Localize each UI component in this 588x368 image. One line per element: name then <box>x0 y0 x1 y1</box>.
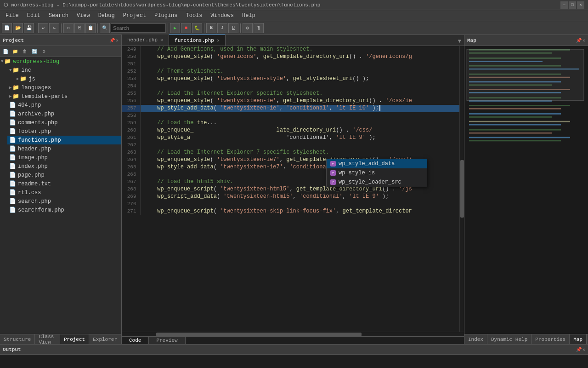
undo-button[interactable]: ↩ <box>38 23 48 33</box>
italic-button[interactable]: I <box>217 23 227 33</box>
stop-button[interactable]: ■ <box>181 23 191 33</box>
menu-file[interactable]: File <box>2 12 23 20</box>
tree-item-js[interactable]: ▶ 📁 js <box>15 75 121 83</box>
save-button[interactable]: 💾 <box>24 23 34 33</box>
code-content-254[interactable] <box>140 83 459 90</box>
menu-debug[interactable]: Debug <box>95 12 119 20</box>
code-content-270[interactable] <box>140 201 459 208</box>
menu-search[interactable]: Search <box>45 12 72 20</box>
menu-view[interactable]: View <box>73 12 94 20</box>
minimize-button[interactable]: ─ <box>560 1 568 9</box>
tree-refresh-button[interactable]: 🔄 <box>30 47 39 56</box>
output-pin-icon[interactable]: 📌 <box>576 347 582 352</box>
code-content-252[interactable]: // Theme stylesheet. <box>140 68 459 75</box>
map-close-icon[interactable]: ✕ <box>582 38 585 43</box>
bold-button[interactable]: B <box>206 23 216 33</box>
debug-button[interactable]: 🐛 <box>192 23 202 33</box>
tree-item-index[interactable]: 📄 index.php <box>7 162 121 171</box>
editor-tab-header[interactable]: header.php ✕ <box>122 34 169 46</box>
open-file-button[interactable]: 📂 <box>13 23 23 33</box>
code-content-250[interactable]: wp_enqueue_style( 'genericons', get_temp… <box>140 53 459 61</box>
autocomplete-dropdown[interactable]: f wp_style_add_data f wp_style_is f wp_s… <box>326 159 427 187</box>
code-content-256[interactable]: wp_enqueue_style( 'twentysixteen-ie', ge… <box>140 98 459 105</box>
tab-explorer[interactable]: Explorer <box>89 334 121 344</box>
tree-delete-button[interactable]: 🗑 <box>20 47 29 56</box>
copy-button[interactable]: ⎘ <box>74 23 85 33</box>
maximize-button[interactable]: □ <box>569 1 576 9</box>
code-content-258[interactable] <box>140 112 459 120</box>
functions-tab-close[interactable]: ✕ <box>217 38 220 43</box>
code-content-259[interactable]: // Load the the... <box>140 120 459 127</box>
tree-root[interactable]: ▼ 📁 wordpress-blog <box>0 57 121 66</box>
tree-item-languages[interactable]: ▶ 📁 languages <box>7 83 121 92</box>
code-content-253[interactable]: wp_enqueue_style( 'twentysixteen-style',… <box>140 75 459 83</box>
tree-settings-button[interactable]: ⚙ <box>40 47 49 56</box>
tree-item-404[interactable]: 📄 404.php <box>7 101 121 109</box>
tree-item-inc[interactable]: ▼ 📁 inc <box>7 66 121 75</box>
h-scroll-thumb[interactable] <box>156 333 362 336</box>
header-tab-close[interactable]: ✕ <box>160 37 163 43</box>
code-content-260[interactable]: wp_enqueue_ late_directory_uri() . '/css… <box>140 127 459 134</box>
tree-item-template-parts[interactable]: ▶ 📁 template-parts <box>7 92 121 101</box>
map-pin-icon[interactable]: 📌 <box>576 38 582 43</box>
code-content-263[interactable]: // Load the Internet Explorer 7 specific… <box>140 149 459 156</box>
tree-item-readme[interactable]: 📄 readme.txt <box>7 179 121 188</box>
ac-item-2[interactable]: f wp_style_loader_src <box>327 178 427 187</box>
tab-preview[interactable]: Preview <box>149 337 185 344</box>
tree-folder-button[interactable]: 📁 <box>11 47 20 56</box>
code-content-251[interactable] <box>140 61 459 68</box>
editor-tab-functions[interactable]: functions.php ✕ <box>169 34 226 46</box>
redo-button[interactable]: ↪ <box>49 23 59 33</box>
run-button[interactable]: ▶ <box>170 23 180 33</box>
output-close-icon[interactable]: ✕ <box>582 347 585 352</box>
code-content-255[interactable]: // Load the Internet Explorer specific s… <box>140 90 459 98</box>
tree-item-footer[interactable]: 📄 footer.php <box>7 127 121 136</box>
new-file-button[interactable]: 📄 <box>2 23 12 33</box>
vertical-scrollbar[interactable] <box>459 46 464 332</box>
settings-button[interactable]: ⚙ <box>243 23 253 33</box>
code-view[interactable]: 249 // Add Genericons, used in the main … <box>122 46 459 332</box>
tree-item-searchform[interactable]: 📄 searchform.php <box>7 206 121 214</box>
tree-item-image[interactable]: 📄 image.php <box>7 153 121 162</box>
tab-structure[interactable]: Structure <box>0 334 35 344</box>
code-content-257[interactable]: wp_style_add_data( 'twentysixteen-ie', '… <box>140 105 459 112</box>
search-input[interactable] <box>111 23 166 33</box>
code-content-269[interactable]: wp_script_add_data( 'twentysixteen-html5… <box>140 193 459 201</box>
tree-item-header[interactable]: 📄 header.php <box>7 144 121 153</box>
project-pin-button[interactable]: 📌 ✕ <box>109 38 119 43</box>
menu-tools[interactable]: Tools <box>182 12 206 20</box>
tree-item-comments[interactable]: 📄 comments.php <box>7 118 121 127</box>
tab-project[interactable]: Project <box>60 334 89 344</box>
tree-item-page[interactable]: 📄 page.php <box>7 171 121 179</box>
menu-windows[interactable]: Windows <box>207 12 237 20</box>
search-button[interactable]: 🔍 <box>100 23 110 33</box>
horizontal-scrollbar[interactable] <box>122 332 464 336</box>
code-content-261[interactable]: wp_style_a 'conditional', 'lt IE 9' ); <box>140 134 459 142</box>
code-content-271[interactable]: wp_enqueue_script( 'twentysixteen-skip-l… <box>140 208 459 215</box>
tree-item-functions[interactable]: 📄 functions.php <box>7 136 121 144</box>
format-button[interactable]: ¶ <box>254 23 264 33</box>
map-tab-index[interactable]: Index <box>464 334 487 344</box>
menu-help[interactable]: Help <box>238 12 259 20</box>
cut-button[interactable]: ✂ <box>63 23 74 33</box>
menu-plugins[interactable]: Plugins <box>151 12 181 20</box>
tree-item-search[interactable]: 📄 search.php <box>7 197 121 206</box>
tree-item-rtl[interactable]: 📄 rtl.css <box>7 188 121 197</box>
tab-code[interactable]: Code <box>122 337 149 344</box>
underline-button[interactable]: U <box>228 23 238 33</box>
tree-new-button[interactable]: 📄 <box>1 47 10 56</box>
tab-classview[interactable]: Class View <box>35 334 60 344</box>
scroll-thumb[interactable] <box>460 160 464 217</box>
editor-tabs-dropdown[interactable]: ▼ <box>455 37 464 46</box>
ac-item-1[interactable]: f wp_style_is <box>327 168 427 178</box>
map-tab-map[interactable]: Map <box>570 334 587 344</box>
code-content-262[interactable] <box>140 142 459 149</box>
ac-item-0[interactable]: f wp_style_add_data <box>327 159 427 168</box>
map-tab-dynamic[interactable]: Dynamic Help <box>487 334 531 344</box>
paste-button[interactable]: 📋 <box>85 23 96 33</box>
menu-edit[interactable]: Edit <box>23 12 44 20</box>
menu-project[interactable]: Project <box>119 12 150 20</box>
code-content-249[interactable]: // Add Genericons, used in the main styl… <box>140 46 459 53</box>
close-button[interactable]: ✕ <box>577 1 584 9</box>
tree-item-archive[interactable]: 📄 archive.php <box>7 109 121 118</box>
